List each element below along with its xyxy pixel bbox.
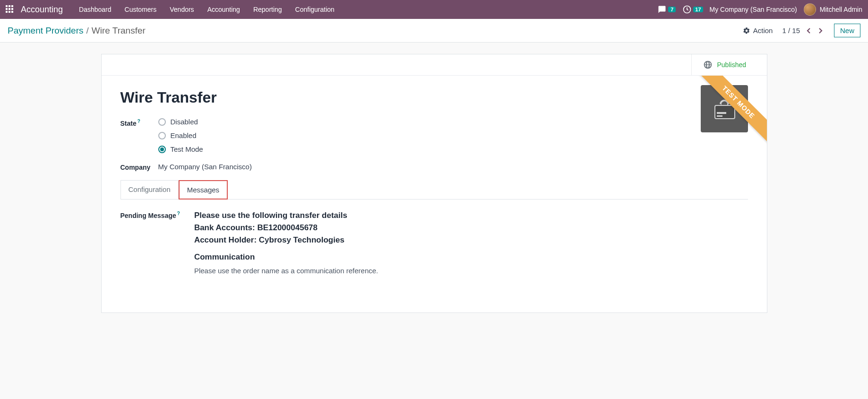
state-option-enabled[interactable]: Enabled	[158, 131, 203, 139]
nav-accounting[interactable]: Accounting	[201, 0, 247, 19]
pager: 1 / 15	[782, 26, 825, 35]
publish-toggle[interactable]: Published	[691, 54, 767, 75]
tabs: Configuration Messages	[120, 180, 748, 200]
user-name: Mitchell Admin	[820, 6, 862, 13]
radio-label: Test Mode	[171, 145, 203, 153]
pager-prev[interactable]	[805, 26, 813, 35]
nav-customers[interactable]: Customers	[118, 0, 163, 19]
radio-icon	[158, 118, 166, 126]
state-option-test[interactable]: Test Mode	[158, 145, 203, 153]
nav-vendors[interactable]: Vendors	[163, 0, 200, 19]
activities-badge: 17	[693, 7, 703, 12]
pending-message-body[interactable]: Please use the following transfer detail…	[194, 211, 378, 275]
pager-value[interactable]: 1 / 15	[782, 26, 800, 35]
state-label: State?	[120, 118, 158, 127]
topbar: Accounting Dashboard Customers Vendors A…	[0, 0, 868, 19]
nav-configuration[interactable]: Configuration	[289, 0, 341, 19]
state-radio-group: Disabled Enabled Test Mode	[158, 118, 203, 153]
tab-content-messages: Pending Message? Please use the followin…	[120, 200, 748, 294]
pending-line-3: Account Holder: Cybrosy Technologies	[194, 235, 378, 245]
main-nav: Dashboard Customers Vendors Accounting R…	[72, 0, 341, 19]
communication-heading: Communication	[194, 252, 378, 262]
nav-reporting[interactable]: Reporting	[247, 0, 289, 19]
app-brand[interactable]: Accounting	[21, 5, 63, 15]
breadcrumb-parent[interactable]: Payment Providers	[8, 26, 84, 36]
chevron-left-icon	[807, 27, 811, 34]
pending-message-label: Pending Message?	[120, 211, 180, 219]
radio-icon-checked	[158, 146, 166, 153]
company-label: Company	[120, 163, 158, 171]
messaging-icon[interactable]: 7	[657, 5, 676, 14]
action-menu[interactable]: Action	[743, 26, 773, 35]
company-switcher[interactable]: My Company (San Francisco)	[710, 6, 797, 13]
form-sheet: Published TEST MODE Wire Transfer State?	[101, 54, 767, 313]
apps-icon[interactable]	[6, 5, 14, 14]
publish-status: Published	[717, 61, 747, 69]
pager-next[interactable]	[816, 26, 825, 35]
new-button[interactable]: New	[834, 24, 860, 37]
nav-dashboard[interactable]: Dashboard	[72, 0, 118, 19]
messages-badge: 7	[668, 7, 676, 12]
tab-configuration[interactable]: Configuration	[120, 180, 179, 200]
gear-icon	[743, 27, 750, 35]
svg-rect-2	[717, 112, 726, 114]
action-label: Action	[753, 26, 773, 35]
avatar	[804, 3, 816, 16]
state-help-icon[interactable]: ?	[138, 119, 140, 124]
pending-line-1: Please use the following transfer detail…	[194, 211, 378, 220]
button-box: Published	[102, 54, 767, 76]
pending-help-icon[interactable]: ?	[177, 211, 180, 216]
chevron-right-icon	[818, 27, 823, 34]
transfer-icon	[710, 97, 739, 121]
control-bar: Payment Providers / Wire Transfer Action…	[0, 19, 868, 43]
activities-icon[interactable]: 17	[682, 5, 703, 14]
radio-label: Enabled	[171, 131, 197, 139]
globe-icon	[703, 60, 713, 69]
communication-text: Please use the order name as a communica…	[194, 267, 378, 275]
tab-messages[interactable]: Messages	[179, 180, 228, 200]
breadcrumb-separator: /	[86, 26, 89, 36]
svg-rect-3	[717, 115, 722, 117]
breadcrumb: Payment Providers / Wire Transfer	[8, 26, 146, 36]
radio-label: Disabled	[171, 118, 198, 126]
record-title[interactable]: Wire Transfer	[120, 89, 748, 106]
user-menu[interactable]: Mitchell Admin	[804, 3, 862, 16]
state-option-disabled[interactable]: Disabled	[158, 118, 203, 126]
pending-line-2: Bank Accounts: BE12000045678	[194, 223, 378, 233]
company-value[interactable]: My Company (San Francisco)	[158, 163, 252, 171]
breadcrumb-current: Wire Transfer	[92, 26, 146, 36]
provider-image[interactable]	[701, 85, 748, 132]
radio-icon	[158, 132, 166, 139]
